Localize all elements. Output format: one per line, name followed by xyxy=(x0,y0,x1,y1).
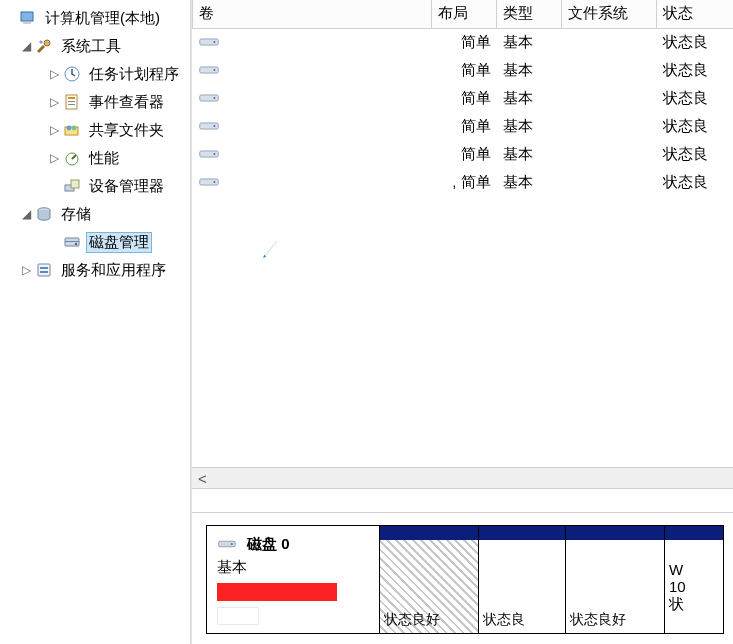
cell-layout: 简单 xyxy=(432,112,497,140)
tree-storage[interactable]: ◢ 存储 xyxy=(0,200,190,228)
drive-icon xyxy=(199,88,219,108)
collapse-icon[interactable]: ◢ xyxy=(18,39,34,53)
cell-type: 基本 xyxy=(497,84,562,112)
tree-label: 存储 xyxy=(58,204,94,225)
volumes-table[interactable]: 卷 布局 类型 文件系统 状态 简单基本状态良简单基本状态良简单基本状态良简单基… xyxy=(192,0,733,196)
svg-rect-29 xyxy=(199,151,217,157)
cell-type: 基本 xyxy=(497,56,562,84)
col-type[interactable]: 类型 xyxy=(497,0,562,28)
col-volume[interactable]: 卷 xyxy=(193,0,432,28)
cell-type: 基本 xyxy=(497,112,562,140)
event-viewer-icon xyxy=(62,92,82,112)
cell-type: 基本 xyxy=(497,140,562,168)
expand-icon[interactable]: ▷ xyxy=(18,263,34,277)
table-row[interactable]: 简单基本状态良 xyxy=(193,140,734,168)
svg-point-34 xyxy=(231,543,233,545)
expand-icon[interactable]: ▷ xyxy=(46,67,62,81)
partition[interactable]: 状态良好 xyxy=(379,525,479,634)
tree-device-manager[interactable]: 设备管理器 xyxy=(0,172,190,200)
tree-label: 服务和应用程序 xyxy=(58,260,169,281)
svg-rect-0 xyxy=(21,12,33,21)
scroll-left-icon[interactable]: < xyxy=(198,470,207,487)
cell-layout: 简单 xyxy=(432,28,497,56)
drive-icon xyxy=(199,32,219,52)
collapse-icon[interactable]: ◢ xyxy=(18,207,34,221)
tree-task-scheduler[interactable]: ▷ 任务计划程序 xyxy=(0,60,190,88)
tree-shared-folders[interactable]: ▷ 共享文件夹 xyxy=(0,116,190,144)
disk-title: 磁盘 0 xyxy=(247,535,290,554)
cell-layout: 简单 xyxy=(432,140,497,168)
partition[interactable]: W 10 状 xyxy=(664,525,724,634)
partition[interactable]: 状态良 xyxy=(478,525,566,634)
svg-rect-5 xyxy=(68,97,75,99)
cell-status: 状态良 xyxy=(657,28,733,56)
partition-status: 状态良好 xyxy=(570,611,660,629)
svg-rect-21 xyxy=(199,39,217,45)
svg-point-26 xyxy=(213,97,215,99)
tree-label: 磁盘管理 xyxy=(86,232,152,253)
performance-icon xyxy=(62,148,82,168)
cell-type: 基本 xyxy=(497,28,562,56)
svg-rect-25 xyxy=(199,95,217,101)
tools-icon xyxy=(34,36,54,56)
tree-root-computer-management[interactable]: 计算机管理(本地) xyxy=(0,4,190,32)
partition[interactable]: 状态良好 xyxy=(565,525,665,634)
tree-performance[interactable]: ▷ 性能 xyxy=(0,144,190,172)
cell-status: 状态良 xyxy=(657,84,733,112)
table-row[interactable]: 简单基本状态良 xyxy=(193,112,734,140)
cell-layout: 简单 xyxy=(432,84,497,112)
table-row[interactable]: ,简单基本状态良 xyxy=(193,168,734,196)
cell-status: 状态良 xyxy=(657,140,733,168)
cell-layout: ,简单 xyxy=(432,168,497,196)
svg-rect-1 xyxy=(23,22,31,24)
table-row[interactable]: 简单基本状态良 xyxy=(193,28,734,56)
redacted-capacity xyxy=(217,583,337,601)
storage-icon xyxy=(34,204,54,224)
tree-label: 性能 xyxy=(86,148,122,169)
expand-icon[interactable]: ▷ xyxy=(46,95,62,109)
col-fs[interactable]: 文件系统 xyxy=(561,0,657,28)
tree-label: 任务计划程序 xyxy=(86,64,182,85)
svg-point-17 xyxy=(75,243,77,245)
tree-event-viewer[interactable]: ▷ 事件查看器 xyxy=(0,88,190,116)
svg-rect-13 xyxy=(71,180,79,188)
table-row[interactable]: 简单基本状态良 xyxy=(193,84,734,112)
tree-label: 计算机管理(本地) xyxy=(42,8,163,29)
svg-rect-31 xyxy=(199,179,217,185)
svg-point-24 xyxy=(213,69,215,71)
drive-icon xyxy=(199,116,219,136)
services-icon xyxy=(34,260,54,280)
svg-rect-6 xyxy=(68,101,75,102)
horizontal-scrollbar[interactable]: < xyxy=(192,467,733,489)
svg-rect-19 xyxy=(40,267,48,269)
col-layout[interactable]: 布局 xyxy=(432,0,497,28)
drive-icon xyxy=(199,144,219,164)
disk-header[interactable]: 磁盘 0 基本 xyxy=(206,525,380,634)
expand-icon[interactable]: ▷ xyxy=(46,151,62,165)
cell-status: 状态良 xyxy=(657,112,733,140)
tree-label: 事件查看器 xyxy=(86,92,167,113)
drive-icon xyxy=(199,172,219,192)
table-row[interactable]: 简单基本状态良 xyxy=(193,56,734,84)
tree-systools[interactable]: ◢ 系统工具 xyxy=(0,32,190,60)
partition-label: W 10 状 xyxy=(669,561,719,613)
cell-status: 状态良 xyxy=(657,56,733,84)
tree-disk-management[interactable]: 磁盘管理 xyxy=(0,228,190,256)
tree-label: 设备管理器 xyxy=(86,176,167,197)
disk-icon xyxy=(217,534,237,554)
svg-point-22 xyxy=(213,41,215,43)
navigation-tree[interactable]: 计算机管理(本地) ◢ 系统工具 ▷ xyxy=(0,0,191,644)
disk-map: 磁盘 0 基本 状态良好 状态良 状态良好 xyxy=(192,513,733,644)
computer-icon xyxy=(18,8,38,28)
tree-services-apps[interactable]: ▷ 服务和应用程序 xyxy=(0,256,190,284)
drive-icon xyxy=(199,60,219,80)
svg-point-28 xyxy=(213,125,215,127)
clock-icon xyxy=(62,64,82,84)
svg-point-2 xyxy=(44,40,50,46)
cell-layout: 简单 xyxy=(432,56,497,84)
partition-status: 状态良好 xyxy=(384,611,474,629)
tree-label: 系统工具 xyxy=(58,36,124,57)
col-status[interactable]: 状态 xyxy=(657,0,733,28)
expand-icon[interactable]: ▷ xyxy=(46,123,62,137)
redacted-online xyxy=(217,607,259,625)
